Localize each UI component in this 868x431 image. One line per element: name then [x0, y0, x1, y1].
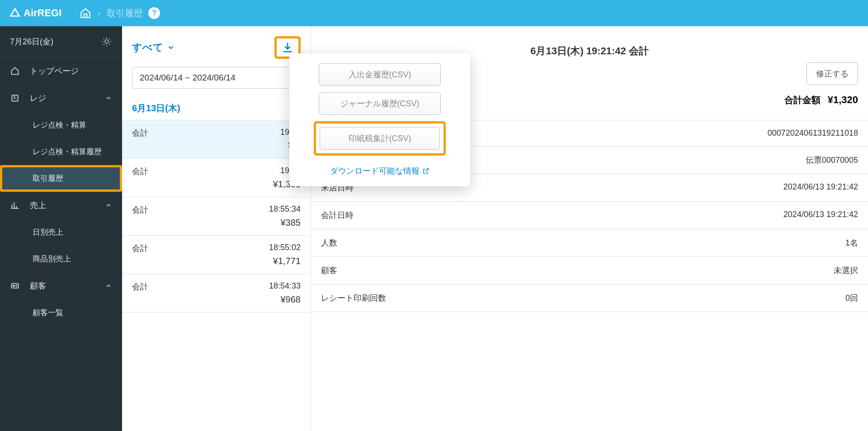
date-group-header: 6月13日(木) [122, 97, 311, 120]
field-label: 会計日時 [321, 210, 354, 221]
brand-logo[interactable]: AirREGI [9, 7, 61, 19]
nav-register-label: レジ [30, 93, 46, 104]
chevron-down-icon [167, 43, 175, 52]
tx-time: 18:55:34 [269, 204, 301, 214]
breadcrumb-text: 取引履歴 [107, 7, 143, 19]
field-value: 伝票00070005 [806, 155, 858, 166]
download-journal-csv-button[interactable]: ジャーナル履歴(CSV) [319, 92, 441, 115]
nav-product-sales[interactable]: 商品別売上 [0, 246, 122, 272]
nav-customer-list[interactable]: 顧客一覧 [0, 299, 122, 326]
download-info-link[interactable]: ダウンロード可能な情報 [330, 162, 429, 176]
current-date: 7月26日(金) [10, 36, 53, 47]
highlighted-option: 印紙税集計(CSV) [314, 121, 446, 156]
tx-time: 18:55:02 [269, 243, 301, 252]
nav-top-label: トップページ [30, 66, 79, 76]
chevron-up-icon [105, 202, 112, 209]
field-value: 2024/06/13 19:21:42 [783, 182, 858, 193]
detail-field-row: 顧客 未選択 [311, 257, 868, 284]
nav-register-check-history[interactable]: レジ点検・精算履歴 [0, 138, 122, 165]
main-content: すべて 2024/06/14 ~ 2024/06/14 6月13日(木) 会計 … [122, 26, 868, 431]
tx-amount: ¥1,771 [269, 256, 301, 266]
transaction-row[interactable]: 会計 18:55:34 ¥385 [122, 197, 311, 236]
chevron-up-icon [105, 282, 112, 289]
logo-icon [9, 7, 21, 19]
transaction-row[interactable]: 会計 19:20 ¥1,353 [122, 159, 311, 197]
field-value: 未選択 [834, 265, 858, 276]
nav-product-sales-label: 商品別売上 [33, 255, 71, 263]
nav-customer[interactable]: 顧客 [0, 272, 122, 299]
external-link-icon [422, 167, 429, 175]
filter-label: すべて [132, 41, 163, 54]
tx-right: 18:55:02 ¥1,771 [269, 243, 301, 266]
download-icon [281, 41, 294, 54]
transaction-row[interactable]: 会計 18:54:33 ¥968 [122, 274, 311, 313]
chart-icon [10, 201, 20, 210]
tx-time: 18:54:33 [269, 281, 301, 291]
tx-amount: ¥385 [269, 218, 301, 228]
download-cash-csv-button[interactable]: 入出金履歴(CSV) [319, 63, 441, 86]
customer-icon [10, 281, 20, 290]
nav-sales-label: 売上 [30, 200, 46, 211]
detail-field-row: レシート印刷回数 0回 [311, 284, 868, 312]
tx-amount: ¥968 [269, 294, 301, 305]
tx-label: 会計 [132, 166, 148, 189]
nav-daily-sales[interactable]: 日別売上 [0, 219, 122, 246]
nav-register-check-label: レジ点検・精算 [33, 121, 86, 129]
filter-dropdown[interactable]: すべて [132, 41, 175, 54]
download-stamptax-csv-button[interactable]: 印紙税集計(CSV) [320, 127, 440, 150]
tx-label: 会計 [132, 281, 148, 305]
field-value: 0回 [845, 293, 858, 303]
total-label: 合計金額 [784, 94, 821, 106]
download-popup: 入出金履歴(CSV) ジャーナル履歴(CSV) 印紙税集計(CSV) ダウンロー… [289, 53, 470, 186]
total-value: ¥1,320 [828, 94, 858, 106]
tx-label: 会計 [132, 128, 148, 151]
nav-register[interactable]: レジ [0, 85, 122, 112]
weather-icon[interactable] [101, 36, 112, 47]
nav-register-check-history-label: レジ点検・精算履歴 [33, 147, 102, 156]
sidebar: 7月26日(金) トップページ レジ レジ点検・精算 レジ点検・精算履歴 取引履… [0, 26, 122, 431]
nav-transaction-history-label: 取引履歴 [33, 174, 63, 183]
home-nav-icon [10, 66, 20, 76]
tx-right: 18:54:33 ¥968 [269, 281, 301, 305]
breadcrumb-sep: › [98, 9, 100, 18]
nav-transaction-history[interactable]: 取引履歴 [0, 165, 122, 192]
transaction-list-panel: すべて 2024/06/14 ~ 2024/06/14 6月13日(木) 会計 … [122, 26, 311, 431]
home-icon[interactable] [80, 7, 91, 19]
transaction-row[interactable]: 会計 18:55:02 ¥1,771 [122, 236, 311, 274]
svg-point-0 [105, 40, 108, 43]
date-range-text: 2024/06/14 ~ 2024/06/14 [140, 73, 236, 82]
nav-customer-list-label: 顧客一覧 [33, 308, 63, 317]
edit-button[interactable]: 修正する [807, 62, 858, 85]
nav-top-page[interactable]: トップページ [0, 57, 122, 85]
field-value: 2024/06/13 19:21:42 [783, 210, 858, 221]
list-header: すべて [122, 26, 311, 63]
tx-label: 会計 [132, 243, 148, 266]
field-label: レシート印刷回数 [321, 293, 386, 303]
sidebar-date: 7月26日(金) [0, 26, 122, 57]
nav-customer-label: 顧客 [30, 280, 46, 291]
brand-text: AirREGI [24, 7, 61, 19]
download-info-text: ダウンロード可能な情報 [330, 166, 420, 176]
detail-field-row: 人数 1名 [311, 229, 868, 257]
field-label: 人数 [321, 237, 337, 248]
chevron-up-icon [105, 95, 112, 102]
register-icon [10, 94, 20, 103]
nav-daily-sales-label: 日別売上 [33, 228, 63, 237]
field-value: 1名 [845, 237, 858, 248]
help-icon[interactable]: ? [148, 7, 160, 19]
tx-label: 会計 [132, 204, 148, 228]
main-layout: 7月26日(金) トップページ レジ レジ点検・精算 レジ点検・精算履歴 取引履… [0, 26, 868, 431]
transaction-row[interactable]: 会計 19:21 ¥1, [122, 120, 311, 159]
field-value: 00072024061319211018 [768, 128, 858, 138]
date-range-input[interactable]: 2024/06/14 ~ 2024/06/14 [132, 67, 301, 89]
detail-field-row: 会計日時 2024/06/13 19:21:42 [311, 202, 868, 229]
field-label: 顧客 [321, 265, 337, 276]
tx-right: 18:55:34 ¥385 [269, 204, 301, 228]
nav-register-check[interactable]: レジ点検・精算 [0, 112, 122, 138]
svg-point-3 [13, 285, 14, 286]
app-header: AirREGI › 取引履歴 ? [0, 0, 868, 26]
nav-sales[interactable]: 売上 [0, 192, 122, 219]
